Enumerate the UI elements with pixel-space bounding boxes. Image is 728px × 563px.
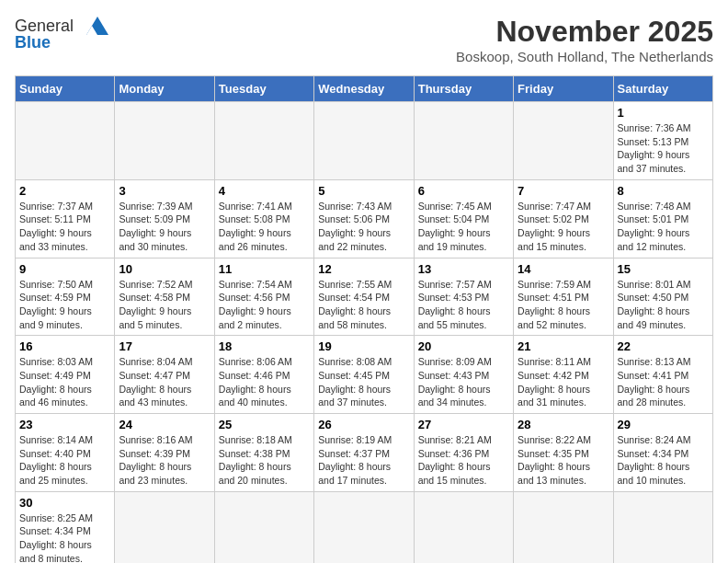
day-info: Sunrise: 7:45 AM Sunset: 5:04 PM Dayligh…	[418, 200, 509, 254]
day-info: Sunrise: 8:25 AM Sunset: 4:34 PM Dayligh…	[19, 511, 110, 563]
calendar-cell	[314, 491, 414, 563]
page-header: General Blue November 2025 Boskoop, Sout…	[15, 15, 713, 64]
day-number: 2	[19, 184, 110, 198]
calendar-cell	[613, 491, 712, 563]
day-number: 11	[219, 262, 310, 276]
day-info: Sunrise: 8:21 AM Sunset: 4:36 PM Dayligh…	[418, 433, 509, 488]
calendar-week-5: 23Sunrise: 8:14 AM Sunset: 4:40 PM Dayli…	[16, 414, 713, 492]
calendar-cell	[414, 491, 513, 563]
day-number: 20	[418, 339, 509, 353]
location-subtitle: Boskoop, South Holland, The Netherlands	[456, 49, 713, 64]
calendar-cell: 11Sunrise: 7:54 AM Sunset: 4:56 PM Dayli…	[214, 258, 313, 336]
weekday-header-monday: Monday	[115, 76, 214, 102]
day-number: 10	[119, 262, 210, 276]
calendar-cell: 28Sunrise: 8:22 AM Sunset: 4:35 PM Dayli…	[514, 414, 613, 492]
calendar-cell: 16Sunrise: 8:03 AM Sunset: 4:49 PM Dayli…	[16, 336, 115, 414]
day-info: Sunrise: 8:04 AM Sunset: 4:47 PM Dayligh…	[119, 355, 210, 409]
calendar-cell: 21Sunrise: 8:11 AM Sunset: 4:42 PM Dayli…	[514, 336, 613, 414]
day-info: Sunrise: 8:22 AM Sunset: 4:35 PM Dayligh…	[518, 433, 609, 488]
day-info: Sunrise: 7:59 AM Sunset: 4:51 PM Dayligh…	[518, 278, 609, 332]
day-number: 15	[618, 262, 709, 276]
day-info: Sunrise: 8:13 AM Sunset: 4:41 PM Dayligh…	[618, 355, 709, 409]
day-number: 26	[318, 418, 409, 431]
calendar-cell: 30Sunrise: 8:25 AM Sunset: 4:34 PM Dayli…	[16, 491, 115, 563]
day-number: 12	[318, 262, 409, 276]
day-info: Sunrise: 7:41 AM Sunset: 5:08 PM Dayligh…	[219, 200, 310, 254]
logo-blue-text: Blue	[15, 33, 51, 52]
day-number: 13	[418, 262, 509, 276]
calendar-cell: 14Sunrise: 7:59 AM Sunset: 4:51 PM Dayli…	[514, 258, 613, 336]
calendar-cell: 25Sunrise: 8:18 AM Sunset: 4:38 PM Dayli…	[214, 414, 313, 492]
day-number: 16	[19, 339, 110, 353]
day-info: Sunrise: 7:57 AM Sunset: 4:53 PM Dayligh…	[418, 278, 509, 332]
day-info: Sunrise: 7:52 AM Sunset: 4:58 PM Dayligh…	[119, 278, 210, 332]
calendar-cell: 12Sunrise: 7:55 AM Sunset: 4:54 PM Dayli…	[314, 258, 414, 336]
calendar-table: SundayMondayTuesdayWednesdayThursdayFrid…	[15, 75, 713, 563]
calendar-cell: 24Sunrise: 8:16 AM Sunset: 4:39 PM Dayli…	[115, 414, 214, 492]
day-info: Sunrise: 7:47 AM Sunset: 5:02 PM Dayligh…	[518, 200, 609, 254]
day-info: Sunrise: 7:50 AM Sunset: 4:59 PM Dayligh…	[19, 278, 110, 332]
day-number: 5	[318, 184, 409, 198]
month-title: November 2025	[456, 15, 713, 49]
day-number: 1	[618, 106, 709, 120]
calendar-week-2: 2Sunrise: 7:37 AM Sunset: 5:11 PM Daylig…	[16, 179, 713, 258]
day-number: 9	[19, 262, 110, 276]
day-number: 8	[618, 184, 709, 198]
calendar-cell	[314, 102, 414, 180]
calendar-cell	[214, 491, 313, 563]
day-info: Sunrise: 8:08 AM Sunset: 4:45 PM Dayligh…	[318, 355, 409, 409]
day-info: Sunrise: 8:09 AM Sunset: 4:43 PM Dayligh…	[418, 355, 509, 409]
day-number: 28	[518, 418, 609, 431]
calendar-cell: 6Sunrise: 7:45 AM Sunset: 5:04 PM Daylig…	[414, 179, 513, 258]
day-number: 22	[618, 339, 709, 353]
calendar-week-3: 9Sunrise: 7:50 AM Sunset: 4:59 PM Daylig…	[16, 258, 713, 336]
weekday-header-thursday: Thursday	[414, 76, 513, 102]
day-info: Sunrise: 7:36 AM Sunset: 5:13 PM Dayligh…	[618, 121, 709, 176]
day-info: Sunrise: 7:48 AM Sunset: 5:01 PM Dayligh…	[618, 200, 709, 254]
day-number: 3	[119, 184, 210, 198]
calendar-cell	[514, 491, 613, 563]
calendar-cell	[514, 102, 613, 180]
day-info: Sunrise: 7:55 AM Sunset: 4:54 PM Dayligh…	[318, 278, 409, 332]
calendar-cell: 9Sunrise: 7:50 AM Sunset: 4:59 PM Daylig…	[16, 258, 115, 336]
calendar-cell	[115, 102, 214, 180]
calendar-cell	[16, 102, 115, 180]
day-info: Sunrise: 8:01 AM Sunset: 4:50 PM Dayligh…	[618, 278, 709, 332]
day-info: Sunrise: 7:54 AM Sunset: 4:56 PM Dayligh…	[219, 278, 310, 332]
logo-icon	[77, 15, 110, 37]
calendar-week-4: 16Sunrise: 8:03 AM Sunset: 4:49 PM Dayli…	[16, 336, 713, 414]
day-number: 14	[518, 262, 609, 276]
calendar-cell: 1Sunrise: 7:36 AM Sunset: 5:13 PM Daylig…	[613, 102, 712, 180]
calendar-cell: 13Sunrise: 7:57 AM Sunset: 4:53 PM Dayli…	[414, 258, 513, 336]
calendar-cell: 19Sunrise: 8:08 AM Sunset: 4:45 PM Dayli…	[314, 336, 414, 414]
calendar-cell: 5Sunrise: 7:43 AM Sunset: 5:06 PM Daylig…	[314, 179, 414, 258]
weekday-header-saturday: Saturday	[613, 76, 712, 102]
calendar-cell: 29Sunrise: 8:24 AM Sunset: 4:34 PM Dayli…	[613, 414, 712, 492]
calendar-cell: 7Sunrise: 7:47 AM Sunset: 5:02 PM Daylig…	[514, 179, 613, 258]
calendar-cell: 20Sunrise: 8:09 AM Sunset: 4:43 PM Dayli…	[414, 336, 513, 414]
day-info: Sunrise: 8:03 AM Sunset: 4:49 PM Dayligh…	[19, 355, 110, 409]
calendar-cell: 18Sunrise: 8:06 AM Sunset: 4:46 PM Dayli…	[214, 336, 313, 414]
day-number: 27	[418, 418, 509, 431]
calendar-cell: 22Sunrise: 8:13 AM Sunset: 4:41 PM Dayli…	[613, 336, 712, 414]
day-number: 24	[119, 418, 210, 431]
calendar-cell: 27Sunrise: 8:21 AM Sunset: 4:36 PM Dayli…	[414, 414, 513, 492]
weekday-header-wednesday: Wednesday	[314, 76, 414, 102]
day-number: 18	[219, 339, 310, 353]
calendar-cell	[214, 102, 313, 180]
day-info: Sunrise: 8:11 AM Sunset: 4:42 PM Dayligh…	[518, 355, 609, 409]
day-number: 25	[219, 418, 310, 431]
day-number: 19	[318, 339, 409, 353]
day-info: Sunrise: 8:24 AM Sunset: 4:34 PM Dayligh…	[618, 433, 709, 488]
day-info: Sunrise: 8:16 AM Sunset: 4:39 PM Dayligh…	[119, 433, 210, 488]
day-info: Sunrise: 7:37 AM Sunset: 5:11 PM Dayligh…	[19, 200, 110, 254]
day-number: 6	[418, 184, 509, 198]
calendar-cell	[115, 491, 214, 563]
calendar-cell: 10Sunrise: 7:52 AM Sunset: 4:58 PM Dayli…	[115, 258, 214, 336]
calendar-cell: 2Sunrise: 7:37 AM Sunset: 5:11 PM Daylig…	[16, 179, 115, 258]
calendar-cell: 3Sunrise: 7:39 AM Sunset: 5:09 PM Daylig…	[115, 179, 214, 258]
day-info: Sunrise: 8:19 AM Sunset: 4:37 PM Dayligh…	[318, 433, 409, 488]
day-number: 21	[518, 339, 609, 353]
day-number: 7	[518, 184, 609, 198]
day-info: Sunrise: 8:18 AM Sunset: 4:38 PM Dayligh…	[219, 433, 310, 488]
